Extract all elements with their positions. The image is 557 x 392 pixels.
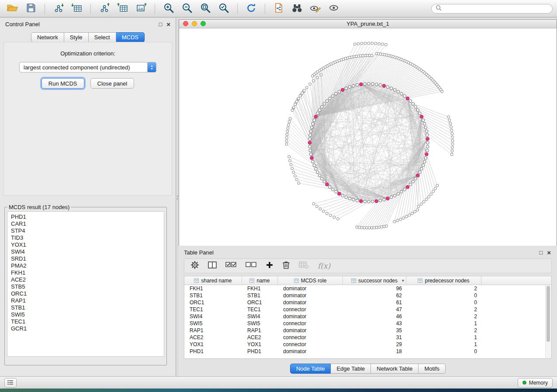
column-header-name[interactable]: name	[242, 276, 278, 285]
cell-shared_name[interactable]: FKH1	[184, 285, 242, 292]
cell-name[interactable]: STB1	[242, 292, 278, 299]
mcds-result-item[interactable]: TID3	[7, 234, 164, 241]
cell-successors[interactable]: 47	[343, 306, 406, 313]
cell-shared_name[interactable]: SWI4	[184, 313, 242, 320]
import-table-button[interactable]	[69, 2, 85, 15]
cell-role[interactable]: dominator	[278, 348, 343, 354]
cell-predecessors[interactable]: 1	[406, 334, 481, 340]
cell-successors[interactable]: 18	[343, 348, 406, 354]
table-row[interactable]: SWI5SWI5connector431	[184, 320, 551, 327]
mcds-result-item[interactable]: SWI4	[7, 248, 164, 255]
cell-role[interactable]: connector	[278, 341, 343, 347]
cell-name[interactable]: PHD1	[242, 348, 278, 354]
import-network-button[interactable]	[50, 2, 67, 15]
export-network-button[interactable]	[96, 2, 113, 15]
cell-role[interactable]: dominator	[278, 292, 343, 299]
mcds-result-item[interactable]: GCR1	[7, 325, 164, 332]
cell-successors[interactable]: 96	[343, 285, 406, 292]
cell-predecessors[interactable]: 0	[406, 292, 481, 299]
run-mcds-button[interactable]: Run MCDS	[42, 78, 84, 89]
cell-name[interactable]: YOX1	[242, 341, 278, 347]
cell-shared_name[interactable]: STB1	[184, 292, 242, 299]
sorted-column-chevron-icon[interactable]: ▾	[402, 278, 404, 283]
mcds-result-item[interactable]: STB1	[7, 304, 164, 311]
network-canvas[interactable]	[179, 28, 557, 246]
mcds-result-item[interactable]: STP4	[7, 227, 164, 234]
cell-role[interactable]: dominator	[278, 299, 343, 306]
cell-role[interactable]: dominator	[278, 313, 343, 320]
close-window-icon[interactable]	[183, 21, 188, 26]
table-row[interactable]: ORC1ORC1dominator610	[184, 299, 551, 306]
cell-predecessors[interactable]: 2	[406, 285, 481, 292]
mcds-result-item[interactable]: SWI5	[7, 311, 164, 318]
cell-shared_name[interactable]: YOX1	[184, 341, 242, 347]
cell-predecessors[interactable]: 1	[406, 320, 481, 327]
open-file-button[interactable]	[4, 2, 21, 15]
table-row[interactable]: FKH1FKH1dominator962	[184, 285, 551, 292]
cell-successors[interactable]: 46	[343, 313, 406, 320]
show-columns-button[interactable]	[208, 261, 217, 271]
mcds-result-item[interactable]: PHD1	[7, 213, 164, 220]
table-row[interactable]: YOX1YOX1connector291	[184, 341, 551, 348]
save-session-button[interactable]	[23, 2, 39, 15]
float-panel-icon[interactable]: □	[539, 250, 543, 255]
export-image-button[interactable]	[133, 2, 149, 15]
cell-successors[interactable]: 61	[343, 299, 406, 306]
tab-network[interactable]: Network	[31, 32, 64, 42]
table-row[interactable]: TEC1TEC1connector472	[184, 306, 551, 313]
cell-name[interactable]: SWI4	[242, 313, 278, 320]
cell-successors[interactable]: 29	[343, 341, 406, 347]
tab-network-table[interactable]: Network Table	[371, 364, 419, 374]
delete-column-button[interactable]	[282, 261, 290, 271]
tab-motifs[interactable]: Motifs	[419, 364, 446, 374]
scrollbar-thumb[interactable]	[547, 286, 550, 342]
mcds-result-item[interactable]: ACE2	[7, 276, 164, 283]
column-header-successor-nodes[interactable]: successor nodes▾	[343, 276, 406, 285]
add-column-button[interactable]	[266, 261, 273, 271]
zoom-fit-button[interactable]	[197, 2, 214, 15]
cell-name[interactable]: RAP1	[242, 327, 278, 334]
mcds-result-item[interactable]: PMA2	[7, 262, 164, 269]
cell-role[interactable]: connector	[278, 334, 343, 340]
close-panel-icon[interactable]: ×	[547, 250, 551, 255]
mcds-result-item[interactable]: SRD1	[7, 255, 164, 262]
cell-predecessors[interactable]: 2	[406, 313, 481, 320]
criterion-dropdown[interactable]: largest connected component (undirected)…	[19, 62, 156, 72]
cell-successors[interactable]: 31	[343, 334, 406, 340]
zoom-out-button[interactable]	[179, 2, 195, 15]
zoom-selected-button[interactable]	[215, 2, 232, 15]
style-preview-button[interactable]	[307, 2, 324, 15]
mcds-result-item[interactable]: RAP1	[7, 297, 164, 304]
cell-predecessors[interactable]: 1	[406, 341, 481, 347]
cell-successors[interactable]: 43	[343, 320, 406, 327]
close-panel-icon[interactable]: ×	[166, 21, 170, 27]
maximize-window-icon[interactable]	[201, 21, 206, 26]
mcds-result-item[interactable]: FKH1	[7, 269, 164, 276]
cell-name[interactable]: SWI5	[242, 320, 278, 327]
column-header-predecessor-nodes[interactable]: predecessor nodes	[406, 276, 481, 285]
deselect-all-button[interactable]	[246, 261, 257, 271]
column-header-shared-name[interactable]: shared name	[184, 276, 242, 285]
table-row[interactable]: RAP1RAP1dominator352	[184, 327, 551, 334]
cell-shared_name[interactable]: ORC1	[184, 299, 242, 306]
mcds-result-item[interactable]: STB5	[7, 283, 164, 290]
table-row[interactable]: STB1STB1dominator620	[184, 292, 551, 299]
cell-name[interactable]: FKH1	[242, 285, 278, 292]
select-all-button[interactable]	[225, 261, 237, 271]
cell-role[interactable]: dominator	[278, 285, 343, 292]
table-row[interactable]: PHD1PHD1dominator180	[184, 348, 551, 355]
memory-button[interactable]: Memory	[518, 378, 553, 388]
tab-edge-table[interactable]: Edge Table	[331, 364, 371, 374]
cell-successors[interactable]: 62	[343, 292, 406, 299]
cell-role[interactable]: connector	[278, 320, 343, 327]
share-document-button[interactable]	[270, 2, 287, 15]
apply-layout-button[interactable]	[243, 2, 259, 15]
cell-shared_name[interactable]: RAP1	[184, 327, 242, 334]
cell-predecessors[interactable]: 2	[406, 306, 481, 313]
mcds-result-item[interactable]: ORC1	[7, 290, 164, 297]
cell-name[interactable]: ORC1	[242, 299, 278, 306]
tab-select[interactable]: Select	[89, 32, 116, 42]
tab-style[interactable]: Style	[64, 32, 89, 42]
column-header-MCDS-role[interactable]: MCDS role	[278, 276, 343, 285]
tab-node-table[interactable]: Node Table	[290, 364, 331, 374]
